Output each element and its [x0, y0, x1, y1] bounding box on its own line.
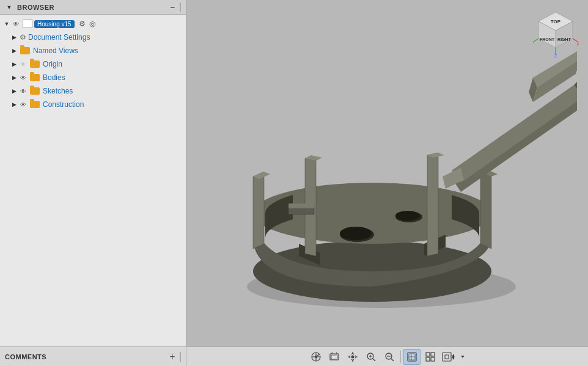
pivot-tool-btn[interactable]: [307, 349, 325, 365]
svg-rect-37: [443, 353, 451, 361]
viewport-toolbar: [186, 349, 588, 365]
browser-panel-header: BROWSER −: [0, 0, 186, 15]
tree-root-item[interactable]: 👁 Housing v15 ⚙ ◎: [0, 17, 186, 31]
bodies-folder-icon: [30, 74, 40, 81]
fin-front-right: [427, 153, 438, 256]
browser-minimize-btn[interactable]: −: [167, 2, 177, 12]
sketches-arrow[interactable]: [10, 87, 18, 95]
3d-model-svg: [198, 24, 577, 323]
zoom-fit-icon: [384, 351, 395, 362]
browser-panel: BROWSER − 👁 Housing v15 ⚙ ◎ ⚙: [0, 0, 186, 346]
doc-settings-arrow[interactable]: [10, 33, 18, 42]
tree-item-document-settings[interactable]: ⚙ Document Settings: [0, 31, 186, 44]
arm-top: [452, 85, 577, 183]
bodies-label: Bodies: [43, 73, 65, 82]
svg-rect-18: [331, 355, 337, 359]
svg-rect-34: [431, 353, 435, 356]
browser-collapse-arrow[interactable]: [5, 3, 13, 12]
origin-label: Origin: [43, 60, 62, 68]
tree-item-construction[interactable]: 👁 Construction: [0, 98, 186, 111]
grid-icon: [425, 351, 436, 362]
named-views-arrow[interactable]: [10, 46, 18, 55]
tree-item-origin[interactable]: 👁 Origin: [0, 57, 186, 71]
zoom-window-btn[interactable]: [362, 349, 380, 365]
root-target-icon[interactable]: ◎: [89, 20, 95, 28]
named-views-label: Named Views: [33, 46, 78, 55]
display-settings-btn[interactable]: [403, 349, 421, 365]
zoom-fit-btn[interactable]: [381, 349, 398, 365]
orbit-btn[interactable]: [326, 349, 343, 365]
named-views-folder-icon: [20, 47, 30, 54]
comments-add-btn[interactable]: +: [167, 352, 177, 362]
model-container: [186, 0, 588, 346]
svg-point-21: [351, 355, 355, 358]
dropdown-arrow-icon: [460, 354, 466, 360]
hole-1: [340, 227, 372, 240]
svg-marker-41: [461, 356, 465, 358]
grid-btn[interactable]: [422, 349, 439, 365]
panel-header-left: BROWSER: [5, 3, 54, 12]
fin-right: [480, 172, 491, 249]
sketches-eye-icon[interactable]: 👁: [18, 86, 28, 96]
viewcube-dropdown-btn[interactable]: [458, 349, 467, 365]
tree-item-named-views[interactable]: Named Views: [0, 44, 186, 57]
pan-icon: [347, 351, 358, 362]
tree-item-bodies[interactable]: 👁 Bodies: [0, 71, 186, 84]
root-settings-icon[interactable]: ⚙: [78, 20, 87, 28]
orbit-icon: [329, 351, 340, 362]
viewport-3d[interactable]: TOP FRONT RIGHT Z Y X: [186, 0, 588, 346]
pan-btn[interactable]: [344, 349, 361, 365]
construction-eye-icon[interactable]: 👁: [18, 100, 28, 109]
viewcube-settings-btn[interactable]: [440, 349, 457, 365]
origin-eye-icon[interactable]: 👁: [18, 59, 28, 69]
doc-settings-gear-icon: ⚙: [18, 33, 27, 42]
display-settings-icon: [406, 351, 417, 362]
svg-rect-38: [445, 355, 449, 359]
root-doc-icon: [23, 20, 32, 28]
doc-settings-label: Document Settings: [28, 33, 90, 42]
connector-box-top: [288, 203, 314, 208]
hole-2: [395, 211, 420, 221]
viewcube-settings-icon: [442, 351, 455, 362]
construction-label: Construction: [43, 100, 84, 109]
comments-section: COMMENTS +: [0, 347, 186, 366]
browser-title: BROWSER: [17, 4, 54, 11]
root-eye-icon[interactable]: 👁: [11, 19, 21, 29]
origin-arrow[interactable]: [10, 60, 18, 68]
bottom-toolbar: COMMENTS +: [0, 346, 588, 366]
tree-item-sketches[interactable]: 👁 Sketches: [0, 84, 186, 98]
root-label: Housing v15: [34, 20, 75, 28]
comments-controls: +: [167, 352, 181, 362]
sketches-folder-icon: [30, 87, 40, 95]
main-layout: BROWSER − 👁 Housing v15 ⚙ ◎ ⚙: [0, 0, 588, 346]
construction-arrow[interactable]: [10, 100, 18, 109]
svg-rect-36: [431, 357, 435, 361]
header-divider: [180, 2, 181, 12]
svg-line-27: [391, 359, 394, 361]
svg-rect-33: [426, 353, 430, 356]
pivot-icon: [311, 351, 322, 362]
construction-folder-icon: [30, 101, 40, 108]
origin-folder-icon: [30, 60, 40, 68]
bodies-arrow[interactable]: [10, 73, 18, 82]
fin-left: [253, 172, 264, 249]
svg-rect-35: [426, 357, 430, 361]
comments-divider: [180, 352, 181, 362]
zoom-window-icon: [366, 351, 377, 362]
tree-container: 👁 Housing v15 ⚙ ◎ ⚙ Document Settings Na…: [0, 15, 186, 346]
bodies-eye-icon[interactable]: 👁: [18, 73, 28, 82]
panel-header-right: −: [167, 2, 181, 12]
sketches-label: Sketches: [43, 87, 73, 95]
comments-label: COMMENTS: [5, 353, 46, 361]
svg-line-23: [373, 359, 375, 361]
toolbar-sep-1: [400, 351, 401, 363]
root-arrow[interactable]: [2, 20, 11, 28]
